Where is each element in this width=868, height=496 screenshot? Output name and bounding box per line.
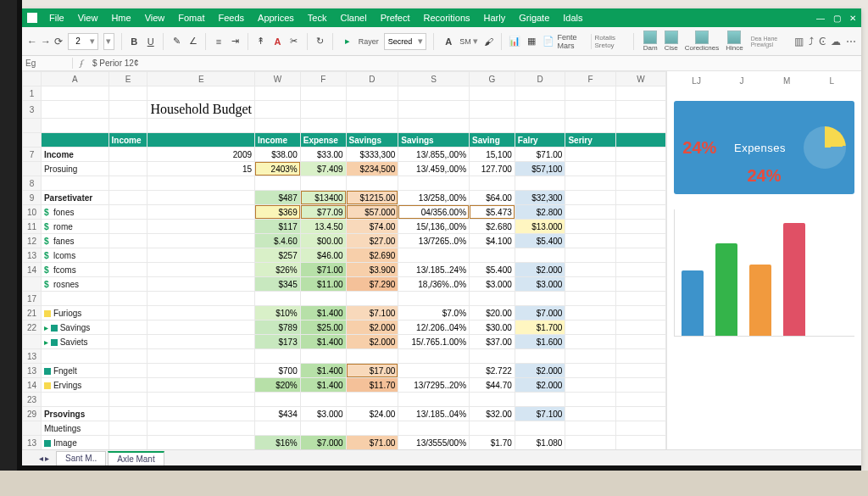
maximize-icon[interactable]: ▢ bbox=[833, 14, 841, 23]
cell[interactable]: $16% bbox=[255, 436, 301, 450]
cell[interactable] bbox=[398, 292, 470, 306]
cell[interactable]: $487 bbox=[255, 191, 301, 205]
cell[interactable] bbox=[41, 133, 108, 148]
cell[interactable] bbox=[300, 101, 346, 119]
cell[interactable]: Falry bbox=[515, 133, 565, 148]
cell[interactable] bbox=[565, 220, 615, 234]
cell[interactable] bbox=[346, 393, 398, 407]
cell[interactable]: $13.000 bbox=[515, 220, 565, 234]
cell[interactable] bbox=[108, 320, 147, 335]
cell[interactable]: $3.000 bbox=[470, 277, 515, 292]
cell[interactable]: $3.900 bbox=[346, 263, 398, 277]
cell[interactable]: $1.400 bbox=[300, 335, 346, 349]
cell[interactable] bbox=[255, 101, 301, 119]
cell[interactable]: $5.400 bbox=[515, 234, 565, 248]
cell[interactable] bbox=[615, 148, 665, 162]
cell[interactable] bbox=[565, 234, 615, 248]
cell[interactable] bbox=[615, 421, 665, 436]
cell[interactable] bbox=[147, 306, 255, 320]
cell[interactable]: $44.70 bbox=[470, 378, 515, 393]
cell[interactable]: $57.000 bbox=[346, 205, 398, 220]
formula-input[interactable]: $ Perior 12¢ bbox=[89, 59, 861, 68]
cell[interactable] bbox=[108, 277, 147, 292]
cell[interactable] bbox=[108, 349, 147, 364]
cell[interactable]: $13400 bbox=[300, 191, 346, 205]
cell[interactable]: $1.700 bbox=[515, 320, 565, 335]
cell[interactable]: $7.0% bbox=[398, 306, 470, 320]
menu-fomat[interactable]: Fomat bbox=[173, 11, 209, 25]
cell[interactable] bbox=[515, 393, 565, 407]
cell[interactable]: Savings bbox=[346, 133, 398, 148]
cell[interactable] bbox=[108, 220, 147, 234]
cell[interactable] bbox=[398, 119, 470, 133]
cell[interactable]: $2.690 bbox=[346, 248, 398, 263]
cell[interactable] bbox=[255, 421, 301, 436]
cell[interactable] bbox=[565, 436, 615, 450]
cell[interactable] bbox=[41, 292, 108, 306]
cell[interactable]: $333,300 bbox=[346, 148, 398, 162]
arrow-up-icon[interactable]: ↟ bbox=[255, 34, 267, 49]
cell[interactable]: 15 bbox=[147, 162, 255, 176]
cell[interactable]: $30.00 bbox=[470, 320, 515, 335]
cell[interactable]: $20.00 bbox=[470, 306, 515, 320]
cell[interactable]: $ fcoms bbox=[41, 263, 108, 277]
cell[interactable] bbox=[565, 263, 615, 277]
cell[interactable] bbox=[565, 205, 615, 220]
cell[interactable] bbox=[147, 86, 255, 101]
cell[interactable]: $7.100 bbox=[515, 407, 565, 421]
cell[interactable] bbox=[255, 393, 301, 407]
cell[interactable]: Income bbox=[255, 133, 301, 148]
cell[interactable] bbox=[565, 320, 615, 335]
cell[interactable] bbox=[147, 205, 255, 220]
sync-icon[interactable]: Ͼ bbox=[819, 36, 826, 47]
cell[interactable] bbox=[108, 393, 147, 407]
cell[interactable]: Expense bbox=[300, 133, 346, 148]
cell[interactable]: 13/.185..24% bbox=[398, 263, 470, 277]
menu-teck[interactable]: Teck bbox=[303, 11, 332, 25]
cell[interactable]: Household Budget bbox=[147, 101, 255, 119]
cell[interactable] bbox=[108, 176, 147, 191]
cell[interactable] bbox=[615, 393, 665, 407]
cell[interactable] bbox=[41, 119, 108, 133]
cell[interactable]: Savings bbox=[398, 133, 470, 148]
cell[interactable] bbox=[615, 407, 665, 421]
cell[interactable]: $7.290 bbox=[346, 277, 398, 292]
cell[interactable] bbox=[108, 234, 147, 248]
cell[interactable] bbox=[41, 176, 108, 191]
cell[interactable] bbox=[41, 101, 108, 119]
toolbar-btn-hince[interactable]: Hince bbox=[723, 31, 745, 52]
cell[interactable] bbox=[300, 86, 346, 101]
cell[interactable]: $77.09 bbox=[300, 205, 346, 220]
cell[interactable] bbox=[108, 101, 147, 119]
cell[interactable] bbox=[565, 407, 615, 421]
cell[interactable] bbox=[565, 148, 615, 162]
menu-feeds[interactable]: Feeds bbox=[213, 11, 249, 25]
cell[interactable]: Fngelt bbox=[41, 364, 108, 378]
cell[interactable] bbox=[615, 133, 665, 148]
cell[interactable]: $234,500 bbox=[346, 162, 398, 176]
cell[interactable]: $32,300 bbox=[515, 191, 565, 205]
cell[interactable] bbox=[615, 101, 665, 119]
cell[interactable]: $7.000 bbox=[300, 436, 346, 450]
cell[interactable]: $38.00 bbox=[255, 148, 301, 162]
cell[interactable] bbox=[147, 349, 255, 364]
cell[interactable] bbox=[147, 320, 255, 335]
cell[interactable] bbox=[615, 191, 665, 205]
cell[interactable]: $3.000 bbox=[300, 407, 346, 421]
tab-next-icon[interactable]: ▸ bbox=[45, 454, 49, 463]
text-a-icon[interactable]: A bbox=[441, 34, 456, 49]
cell[interactable]: $ fanes bbox=[41, 234, 108, 248]
cell[interactable] bbox=[108, 205, 147, 220]
cell[interactable]: 13/258,.00% bbox=[398, 191, 470, 205]
cell[interactable] bbox=[615, 292, 665, 306]
cell[interactable]: $173 bbox=[255, 335, 301, 349]
cell[interactable]: $257 bbox=[255, 248, 301, 263]
cell[interactable]: $789 bbox=[255, 320, 301, 335]
angle-icon[interactable]: ∠ bbox=[187, 34, 199, 49]
cell[interactable] bbox=[615, 378, 665, 393]
cell[interactable]: 15,100 bbox=[470, 148, 515, 162]
cell[interactable] bbox=[515, 421, 565, 436]
cell[interactable]: $5.400 bbox=[470, 263, 515, 277]
cell[interactable] bbox=[147, 248, 255, 263]
cell[interactable] bbox=[398, 101, 470, 119]
